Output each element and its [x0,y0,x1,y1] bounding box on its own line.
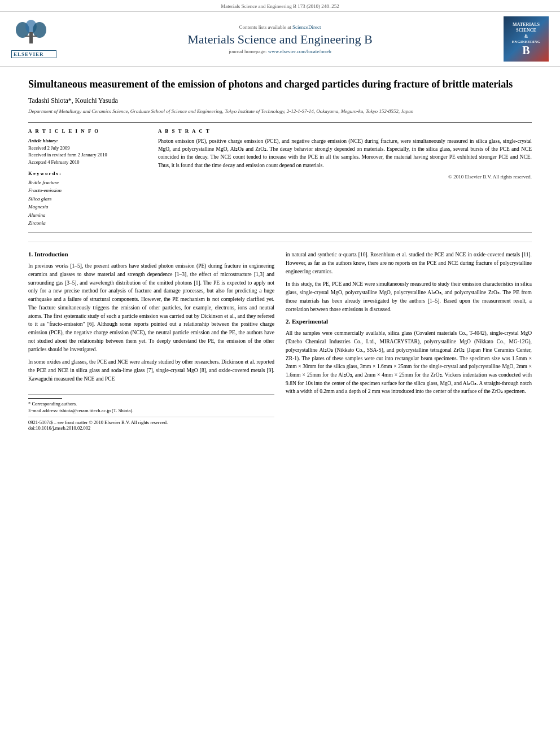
citation-text: Materials Science and Engineering B 173 … [221,3,339,9]
journal-citation: Materials Science and Engineering B 173 … [0,0,560,12]
journal-main-title: Materials Science and Engineering B [56,32,504,47]
svg-rect-4 [29,32,33,43]
sciencedirect-link[interactable]: ScienceDirect [292,24,321,30]
paper-content: Simultaneous measurement of the emission… [0,67,560,442]
authors: Tadashi Shiota*, Kouichi Yasuda [28,97,532,105]
intro-paragraph-1: In previous works [1–5], the present aut… [28,262,274,353]
intro-right-paragraph-2: In this study, the PE, PCE and NCE were … [286,280,532,313]
introduction-title: 1. Introduction [28,251,274,257]
experimental-title: 2. Experimental [286,318,532,325]
doi-section: 0921-5107/$ – see front matter © 2010 El… [28,417,274,431]
elsevier-tree-icon [11,20,51,48]
article-info-section: A R T I C L E I N F O Article history: R… [28,128,141,227]
article-meta: A R T I C L E I N F O Article history: R… [28,122,532,233]
right-column: in natural and synthetic α-quartz [10]. … [286,251,532,431]
elsevier-logo: ELSEVIER [11,20,56,58]
footnote-divider [28,398,62,399]
footnote-section: * Corresponding authors. E-mail address:… [28,394,274,414]
left-column: 1. Introduction In previous works [1–5],… [28,251,274,431]
paper-title: Simultaneous measurement of the emission… [28,78,532,91]
journal-title-section: Contents lists available at ScienceDirec… [56,24,504,54]
section-divider [28,242,532,242]
svg-point-3 [33,22,46,38]
abstract-section: A B S T R A C T Photon emission (PE), po… [158,128,532,227]
article-info-heading: A R T I C L E I N F O [28,128,141,134]
footnote-corresponding: * Corresponding authors. [28,401,274,408]
svg-rect-5 [25,36,37,37]
elsevier-text: ELSEVIER [14,51,44,57]
body-columns: 1. Introduction In previous works [1–5],… [28,251,532,431]
keywords-heading: Keywords: [28,171,141,176]
homepage-link[interactable]: www.elsevier.com/locate/mseb [268,49,331,54]
contents-line: Contents lists available at ScienceDirec… [56,24,504,30]
keywords-list: Brittle fracture Fracto-emission Silica … [28,178,141,227]
journal-homepage: journal homepage: www.elsevier.com/locat… [56,49,504,54]
copyright: © 2010 Elsevier B.V. All rights reserved… [158,174,532,180]
article-history: Article history: Received 2 July 2009 Re… [28,137,141,166]
affiliation: Department of Metallurgy and Ceramics Sc… [28,108,532,115]
abstract-text: Photon emission (PE), positive charge em… [158,137,532,169]
intro-paragraph-2: In some oxides and glasses, the PCE and … [28,358,274,383]
footnote-email: E-mail address: tshiota@ceram.titech.ac.… [28,408,274,414]
keywords-section: Keywords: Brittle fracture Fracto-emissi… [28,171,141,227]
journal-badge: MATERIALS SCIENCE & ENGINEERING B [504,16,549,62]
elsevier-wordmark: ELSEVIER [11,50,56,58]
issn-text: 0921-5107/$ – see front matter © 2010 El… [28,420,274,425]
abstract-heading: A B S T R A C T [158,128,532,134]
journal-header: ELSEVIER Contents lists available at Sci… [0,12,560,67]
doi-text: doi:10.1016/j.mseb.2010.02.002 [28,425,274,431]
intro-right-paragraph-1: in natural and synthetic α-quartz [10]. … [286,251,532,276]
experimental-paragraph-1: All the samples were commercially availa… [286,329,532,396]
